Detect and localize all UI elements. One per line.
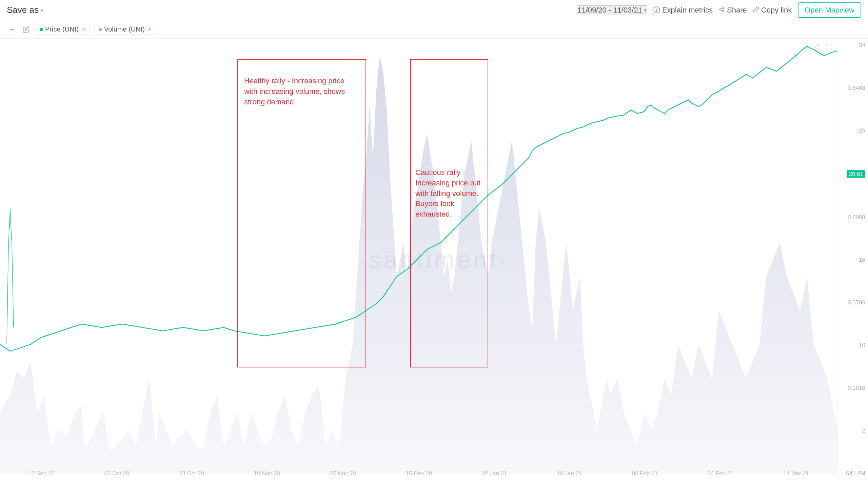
axis-label-current: 20.61 xyxy=(847,170,865,178)
axis-label-0181: 0.1816 xyxy=(841,385,865,392)
expand-icon[interactable] xyxy=(812,42,821,52)
volume-dot xyxy=(99,28,102,31)
volume-uni-close-icon[interactable]: ✕ xyxy=(147,26,152,33)
bottom-label-0: 17 Sep 20 xyxy=(28,470,55,477)
axis-label-26: 26 xyxy=(841,127,865,134)
explain-metrics-button[interactable]: ⓘ Explain metrics xyxy=(653,5,713,15)
svg-point-0 xyxy=(723,7,724,8)
svg-point-1 xyxy=(719,8,721,10)
bottom-label-4: 27 Nov 20 xyxy=(330,470,356,477)
date-range-button[interactable]: 11/09/20 - 11/03/21 ▾ xyxy=(577,5,647,15)
save-as-button[interactable]: Save as ▾ xyxy=(7,5,43,15)
axis-label-18: 18 xyxy=(841,257,865,263)
copy-link-label: Copy link xyxy=(761,6,792,15)
save-as-chevron-icon: ▾ xyxy=(41,7,43,13)
open-mapview-label: Open Mapview xyxy=(805,6,854,14)
chart-svg xyxy=(0,39,837,480)
date-range-chevron-icon: ▾ xyxy=(644,7,647,13)
svg-line-3 xyxy=(721,10,723,11)
open-mapview-button[interactable]: Open Mapview xyxy=(798,2,861,18)
share-label: Share xyxy=(727,6,747,15)
bottom-label-10: 14 Mar 21 xyxy=(783,470,809,477)
axis-label-641m: 641.8M xyxy=(841,470,865,477)
share-icon xyxy=(719,6,725,15)
price-dot xyxy=(40,28,43,31)
bottom-label-1: 05 Oct 20 xyxy=(104,470,130,477)
volume-uni-label: Volume (UNI) xyxy=(104,25,145,33)
axis-label-08488: 0.8488 xyxy=(841,85,865,92)
header: Save as ▾ 11/09/20 - 11/03/21 ▾ ⓘ Explai… xyxy=(0,0,868,20)
bottom-label-7: 18 Jan 21 xyxy=(557,470,582,477)
price-uni-tag[interactable]: Price (UNI) ✕ xyxy=(35,24,90,35)
bottom-label-8: 06 Feb 21 xyxy=(632,470,658,477)
bottom-label-2: 23 Oct 20 xyxy=(179,470,204,477)
bottom-label-6: 02 Jan 21 xyxy=(482,470,507,477)
bottom-label-5: 15 Dec 20 xyxy=(406,470,432,477)
chart-area: ·santiment· Healthy rally - Increasing p… xyxy=(0,39,868,480)
axis-label-0609: 0.6098 xyxy=(841,214,865,221)
price-uni-label: Price (UNI) xyxy=(45,25,79,33)
edit-icon[interactable] xyxy=(21,24,31,35)
volume-uni-tag[interactable]: Volume (UNI) ✕ xyxy=(94,24,156,35)
header-right: 11/09/20 - 11/03/21 ▾ ⓘ Explain metrics … xyxy=(577,2,861,18)
share-button[interactable]: Share xyxy=(719,6,747,15)
add-metric-icon[interactable] xyxy=(7,24,17,35)
right-axis: 34 0.8488 26 20.61 0.6098 18 0.3706 10 0… xyxy=(837,39,868,480)
bottom-axis: 17 Sep 20 05 Oct 20 23 Oct 20 10 Nov 20 … xyxy=(0,467,837,480)
chart-controls xyxy=(812,42,834,52)
toolbar: Price (UNI) ✕ Volume (UNI) ✕ xyxy=(0,20,868,39)
axis-label-10: 10 xyxy=(841,342,865,349)
save-as-label: Save as xyxy=(7,5,39,15)
bottom-label-3: 10 Nov 20 xyxy=(254,470,280,477)
axis-label-2: 2 xyxy=(841,427,865,434)
copy-link-button[interactable]: Copy link xyxy=(753,6,792,15)
fullscreen-icon[interactable] xyxy=(825,42,834,52)
price-uni-close-icon[interactable]: ✕ xyxy=(81,26,86,33)
info-icon: ⓘ xyxy=(653,5,660,15)
axis-label-0370: 0.3706 xyxy=(841,299,865,306)
date-range-label: 11/09/20 - 11/03/21 xyxy=(577,6,642,15)
svg-line-4 xyxy=(721,8,723,9)
explain-metrics-label: Explain metrics xyxy=(662,6,713,15)
link-icon xyxy=(753,6,759,15)
bottom-label-9: 24 Feb 21 xyxy=(708,470,734,477)
svg-point-2 xyxy=(723,11,724,12)
header-left: Save as ▾ xyxy=(7,5,43,15)
axis-label-34: 34 xyxy=(841,42,865,49)
